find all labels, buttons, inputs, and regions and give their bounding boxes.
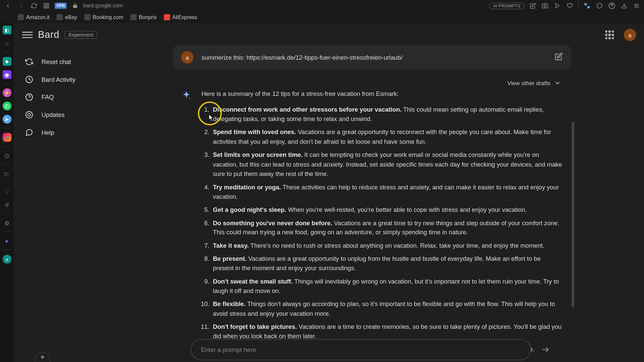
lock-icon: [71, 2, 79, 10]
url-text[interactable]: bard.google.com: [83, 3, 123, 9]
bookmark-label: Booking.com: [93, 14, 123, 20]
sidebar-updates[interactable]: Updates: [18, 106, 133, 124]
tip-item: Don't forget to take pictures. Vacations…: [211, 322, 563, 341]
google-apps-button[interactable]: [605, 31, 614, 39]
bookmarks-bar: Amazon.it eBay Booking.com Bonprix AliEx…: [0, 11, 644, 23]
chevron-down-icon: [554, 79, 561, 86]
sidebar-label: Help: [42, 129, 54, 136]
play-icon[interactable]: ▷: [2, 169, 11, 178]
bookmark-aliexpress[interactable]: AliExpress: [164, 14, 197, 20]
tip-item: Spend time with loved ones. Vacations ar…: [211, 128, 563, 147]
camera-icon[interactable]: [541, 2, 549, 10]
tip-item: Disconnect from work and other stressors…: [211, 105, 563, 124]
sidebar-label: FAQ: [42, 94, 54, 101]
workspace-icon[interactable]: ◧: [2, 25, 11, 34]
svg-point-4: [544, 5, 546, 7]
reset-icon: [25, 57, 34, 66]
sidebar-label: Updates: [42, 111, 65, 118]
bookmark-ebay[interactable]: eBay: [57, 14, 77, 20]
svg-rect-0: [44, 3, 46, 5]
messenger-icon[interactable]: ⚡: [2, 88, 11, 97]
translate-icon[interactable]: [583, 2, 591, 10]
help-icon: [25, 128, 34, 137]
tip-item: Get a good night's sleep. When you're we…: [211, 205, 563, 215]
whatsapp-icon[interactable]: ✆: [2, 102, 11, 110]
send-button[interactable]: [537, 342, 553, 357]
sidebar-label: Bard Activity: [42, 76, 75, 83]
edit-prompt-button[interactable]: [555, 53, 563, 62]
box-icon[interactable]: [595, 2, 603, 10]
svg-rect-3: [44, 6, 46, 8]
bard-app: Bard Experiment a Reset chat Bard Activi…: [14, 23, 644, 362]
ai-prompts-badge[interactable]: AI PROMPTS: [489, 2, 524, 9]
svg-marker-5: [556, 3, 559, 8]
prompt-input-area: Enter a prompt here: [191, 339, 553, 360]
history-icon[interactable]: ↺: [2, 200, 11, 209]
bookmark-bonprix[interactable]: Bonprix: [130, 14, 157, 20]
forward-button[interactable]: [17, 1, 25, 10]
menu-icon[interactable]: [633, 2, 641, 10]
tip-item: Don't sweat the small stuff. Things will…: [211, 277, 563, 296]
bard-spark-icon: [181, 90, 194, 103]
sparkle-icon[interactable]: ✦: [2, 237, 11, 245]
vpn-badge[interactable]: VPN: [55, 3, 66, 9]
app-icon[interactable]: ◆: [2, 57, 11, 66]
bookmark-amazon[interactable]: Amazon.it: [18, 14, 50, 20]
download-icon[interactable]: [620, 2, 628, 10]
tabs-button[interactable]: [42, 2, 50, 10]
play-next-icon[interactable]: [553, 2, 561, 10]
updates-icon: [25, 110, 34, 119]
star-icon[interactable]: ☆: [2, 39, 11, 48]
svg-point-15: [28, 113, 31, 116]
response-card: View other drafts Here is a summary of t…: [173, 74, 571, 362]
tip-item: Do something you've never done before. V…: [211, 218, 563, 237]
edit-icon[interactable]: [529, 2, 537, 10]
back-button[interactable]: [4, 1, 12, 10]
browser-toolbar: VPN bard.google.com AI PROMPTS: [0, 0, 644, 11]
gear-icon[interactable]: ⚙: [2, 219, 11, 227]
bookmark-label: Bonprix: [139, 14, 157, 20]
sidebar-faq[interactable]: FAQ: [18, 88, 133, 106]
svg-point-14: [26, 112, 33, 118]
heart-sidebar-icon[interactable]: ♡: [2, 187, 11, 196]
bookmark-label: AliExpress: [172, 14, 197, 20]
telegram-icon[interactable]: ➤: [2, 115, 11, 123]
tip-item: Be present. Vacations are a great opport…: [211, 254, 563, 273]
user-prompt-text: summerize this: https://esmark.de/12-tip…: [202, 54, 547, 61]
scrollbar-thumb[interactable]: [572, 122, 574, 307]
faq-icon: [25, 93, 34, 102]
bookmark-booking[interactable]: Booking.com: [84, 14, 123, 20]
bard-header: Bard Experiment a: [14, 23, 644, 47]
tips-list: Disconnect from work and other stressors…: [202, 105, 563, 354]
hamburger-button[interactable]: [22, 29, 33, 40]
sidebar-activity[interactable]: Bard Activity: [18, 71, 133, 88]
user-avatar[interactable]: a: [624, 29, 636, 41]
bookmark-label: Amazon.it: [26, 14, 50, 20]
user-avatar-small: a: [181, 51, 194, 64]
bard-title: Bard: [38, 29, 59, 41]
experiment-badge: Experiment: [65, 31, 97, 39]
conversation-area: a summerize this: https://esmark.de/12-t…: [173, 45, 571, 362]
avatar-icon[interactable]: a: [2, 255, 11, 263]
bookmark-label: eBay: [65, 14, 77, 20]
tip-item: Take it easy. There's no need to rush or…: [211, 241, 563, 251]
heart-icon[interactable]: [566, 2, 574, 10]
browser-vertical-sidebar: ◧ ☆ ◆ ◉ ⚡ ✆ ➤ ◉ ◷ ▷ ♡ ↺ ⚙ ✦ a: [0, 23, 14, 362]
tip-item: Try meditation or yoga. These activities…: [211, 183, 563, 202]
prompt-placeholder: Enter a prompt here: [201, 346, 256, 353]
sidebar-label: Reset chat: [42, 58, 71, 65]
svg-rect-2: [47, 6, 49, 8]
instagram-icon[interactable]: ◉: [2, 133, 11, 141]
user-prompt-row: a summerize this: https://esmark.de/12-t…: [173, 45, 571, 70]
prompt-input[interactable]: Enter a prompt here: [191, 339, 531, 360]
sidebar-reset-chat[interactable]: Reset chat: [18, 53, 133, 71]
bard-sidebar: Reset chat Bard Activity FAQ Updates Hel…: [14, 47, 138, 362]
app-icon[interactable]: ◉: [2, 70, 11, 79]
view-drafts-button[interactable]: View other drafts: [181, 74, 563, 89]
clock-icon[interactable]: ◷: [2, 151, 11, 160]
sidebar-help[interactable]: Help: [18, 124, 133, 141]
drafts-label: View other drafts: [507, 80, 550, 86]
reload-button[interactable]: [30, 2, 38, 10]
svg-point-7: [611, 4, 612, 6]
profile-icon[interactable]: [608, 2, 616, 10]
